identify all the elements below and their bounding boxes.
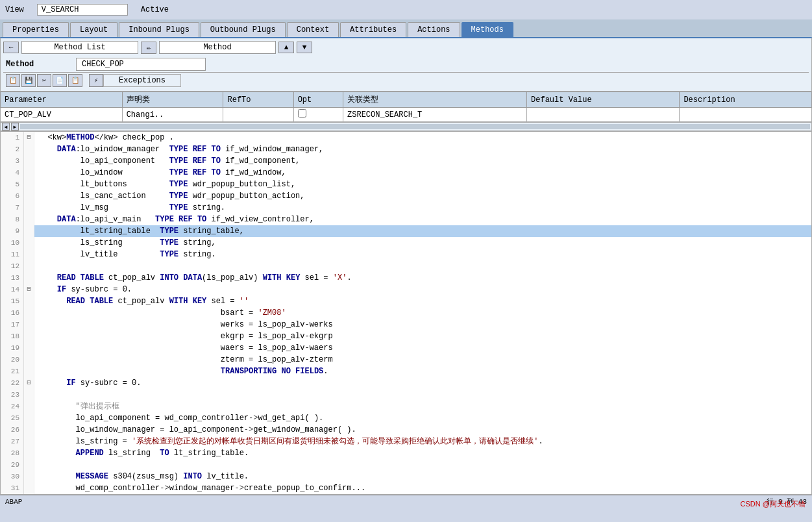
scroll-track[interactable] [20, 124, 810, 129]
col-desc: Description [680, 92, 812, 108]
tab-properties[interactable]: Properties [3, 22, 69, 37]
h-scroll-row: ◀ ▶ [0, 122, 812, 131]
code-text: APPEND ls_string TO lt_string_table. [34, 447, 811, 459]
scroll-left[interactable]: ◀ [2, 123, 10, 130]
cell-desc [680, 108, 812, 122]
fold-icon [24, 482, 34, 494]
fold-icon [24, 214, 34, 225]
fold-icon [24, 272, 34, 284]
tab-layout[interactable]: Layout [70, 22, 117, 37]
toolbar-area: ← Method List ✏ Method ▲ ▼ Method CHECK_… [0, 37, 812, 92]
edit-icon-button[interactable]: ✏ [141, 42, 156, 54]
method-label: Method [159, 41, 276, 54]
tab-attributes[interactable]: Attributes [340, 22, 406, 37]
line-number: 29 [1, 459, 24, 471]
cell-assoc: ZSRECON_SEARCH_T [343, 108, 527, 122]
fold-icon[interactable]: ⊟ [24, 377, 34, 389]
code-line: 8 DATA:lo_api_v_main TYPE REF TO if_wd_v… [1, 214, 811, 225]
scroll-right[interactable]: ▶ [11, 123, 19, 130]
fold-icon [24, 249, 34, 260]
code-text: "弹出提示框 [34, 401, 811, 412]
icon-btn-cut[interactable]: ✂ [37, 74, 51, 87]
code-line: 28 APPEND ls_string TO lt_string_table. [1, 447, 811, 459]
code-text: lo_window_manager = lo_api_component->ge… [34, 424, 811, 436]
cell-parameter: CT_POP_ALV [1, 108, 123, 122]
fold-icon [24, 330, 34, 342]
icon-btn-copy[interactable]: 📄 [53, 74, 67, 87]
code-text: bsart = 'ZM08' [34, 307, 811, 319]
code-line: 23 [1, 389, 811, 401]
line-number: 9 [1, 225, 24, 237]
icon-btn-2[interactable]: 💾 [21, 74, 36, 87]
cell-refto [223, 108, 293, 122]
code-text: DATA:lo_api_v_main TYPE REF TO if_wd_vie… [34, 214, 811, 225]
tab-context[interactable]: Context [287, 22, 339, 37]
fold-icon [24, 202, 34, 214]
method-value: CHECK_POP [76, 58, 206, 71]
tab-bar: Properties Layout Inbound Plugs Outbound… [0, 19, 812, 37]
fold-icon [24, 401, 34, 412]
line-number: 30 [1, 471, 24, 482]
code-text: werks = ls_pop_alv-werks [34, 319, 811, 330]
code-text: <kw>METHOD</kw> check_pop . [34, 132, 811, 143]
table-row[interactable]: CT_POP_ALV Changi.. ZSRECON_SEARCH_T [1, 108, 812, 122]
code-text: lt_string_table TYPE string_table, [34, 225, 811, 237]
fold-icon [24, 295, 34, 307]
fold-icon[interactable]: ⊟ [24, 284, 34, 295]
line-number: 24 [1, 401, 24, 412]
line-number: 1 [1, 132, 24, 143]
line-number: 25 [1, 412, 24, 424]
up-button[interactable]: ▲ [278, 42, 294, 53]
code-text: MESSAGE s304(zsus_msg) INTO lv_title. [34, 471, 811, 482]
top-bar: View V_SEARCH Active [0, 0, 812, 19]
col-default: Default Value [527, 92, 680, 108]
fold-icon [24, 319, 34, 330]
icon-btn-paste[interactable]: 📋 [68, 74, 82, 87]
icon-btn-1[interactable]: 📋 [6, 74, 20, 87]
line-number: 19 [1, 342, 24, 354]
code-line: 27 ls_string = '系统检查到您正发起的对帐单收货日期区间有退货明细… [1, 436, 811, 447]
tab-actions[interactable]: Actions [408, 22, 460, 37]
view-label: View [5, 5, 24, 14]
code-line: 10 ls_string TYPE string, [1, 237, 811, 249]
code-text: ls_string TYPE string, [34, 237, 811, 249]
code-line: 11 lv_title TYPE string. [1, 249, 811, 260]
line-number: 5 [1, 179, 24, 190]
code-line: 13 READ TABLE ct_pop_alv INTO DATA(ls_po… [1, 272, 811, 284]
line-number: 4 [1, 167, 24, 179]
exceptions-section: ⚡ Exceptions [89, 74, 181, 87]
down-button[interactable]: ▼ [297, 42, 312, 53]
line-number: 11 [1, 249, 24, 260]
code-line: 9 lt_string_table TYPE string_table, [1, 225, 811, 237]
fold-icon [24, 342, 34, 354]
fold-icon[interactable]: ⊟ [24, 132, 34, 143]
code-text: IF sy-subrc = 0. [34, 377, 811, 389]
code-line: 4 lo_window TYPE REF TO if_wd_window, [1, 167, 811, 179]
fold-icon [24, 389, 34, 401]
fold-icon [24, 167, 34, 179]
code-line: 3 lo_api_component TYPE REF TO if_wd_com… [1, 155, 811, 167]
fold-icon [24, 143, 34, 155]
tab-inbound-plugs[interactable]: Inbound Plugs [119, 22, 199, 37]
line-number: 18 [1, 330, 24, 342]
code-line: 14⊟ IF sy-subrc = 0. [1, 284, 811, 295]
line-number: 15 [1, 295, 24, 307]
tab-outbound-plugs[interactable]: Outbound Plugs [201, 22, 286, 37]
line-number: 23 [1, 389, 24, 401]
tab-methods[interactable]: Methods [461, 22, 513, 37]
code-line: 7 lv_msg TYPE string. [1, 202, 811, 214]
col-opt: Opt [293, 92, 343, 108]
code-text: DATA:lo_window_manager TYPE REF TO if_wd… [34, 143, 811, 155]
line-number: 26 [1, 424, 24, 436]
fold-icon [24, 155, 34, 167]
cell-opt [293, 108, 343, 122]
fold-icon [24, 447, 34, 459]
col-parameter: Parameter [1, 92, 123, 108]
exceptions-icon[interactable]: ⚡ [89, 74, 103, 87]
code-text: lv_msg TYPE string. [34, 202, 811, 214]
method-row: Method CHECK_POP [3, 56, 809, 72]
fold-icon [24, 354, 34, 366]
code-text: zterm = ls_pop_alv-zterm [34, 354, 811, 366]
back-button[interactable]: ← [3, 42, 19, 53]
fold-icon [24, 424, 34, 436]
